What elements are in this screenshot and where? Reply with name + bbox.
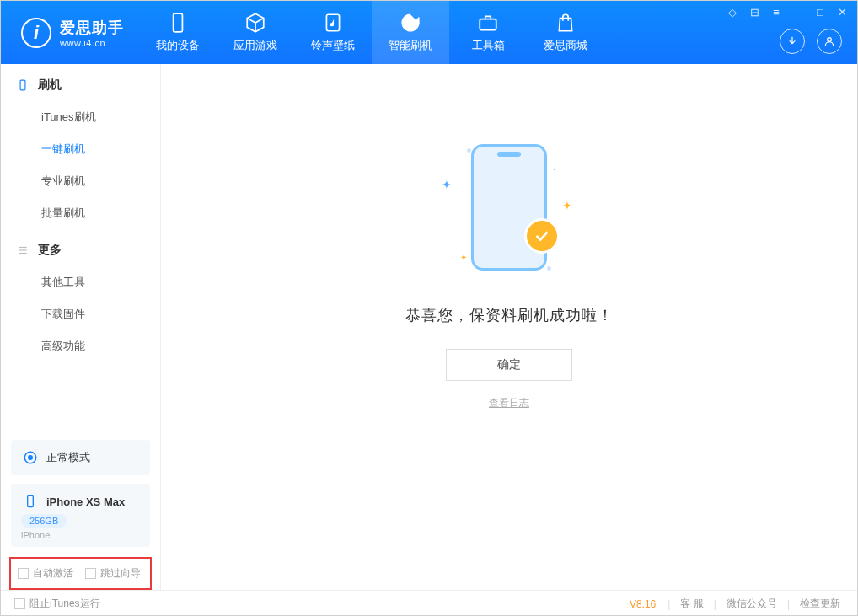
window-controls-top: ◇ ⊟ ≡ — □ ✕	[726, 6, 849, 19]
mode-icon	[21, 448, 40, 467]
checkbox-auto-activate[interactable]: 自动激活	[18, 566, 73, 581]
sidebar-item-pro-flash[interactable]: 专业刷机	[1, 165, 160, 197]
tab-apps-games[interactable]: 应用游戏	[217, 1, 294, 64]
sidebar-group-flash: 刷机	[1, 64, 160, 101]
svg-rect-0	[174, 13, 183, 32]
download-button[interactable]	[780, 29, 805, 54]
device-box[interactable]: iPhone XS Max 256GB iPhone	[11, 484, 150, 547]
checkbox-block-itunes[interactable]: 阻止iTunes运行	[14, 597, 100, 611]
tab-ringtones-wallpapers[interactable]: 铃声壁纸	[294, 1, 372, 64]
music-file-icon	[322, 12, 344, 34]
device-phone-icon	[21, 492, 40, 511]
success-illustration: ✦ ✦ ✦ ·	[416, 131, 602, 283]
tab-my-device[interactable]: 我的设备	[139, 1, 217, 64]
main-tabs: 我的设备 应用游戏 铃声壁纸 智能刷机 工具箱 爱思商城	[139, 1, 604, 64]
svg-point-3	[828, 38, 832, 42]
svg-rect-2	[480, 19, 496, 30]
footer-link-update[interactable]: 检查更新	[796, 597, 844, 611]
sidebar-item-download-firmware[interactable]: 下载固件	[1, 298, 160, 330]
maximize-icon[interactable]: □	[813, 6, 827, 19]
tab-label: 爱思商城	[544, 38, 587, 53]
options-highlight-box: 自动激活 跳过向导	[9, 557, 152, 590]
lock-icon[interactable]: ⊟	[748, 6, 761, 19]
account-button[interactable]	[817, 29, 842, 54]
svg-rect-4	[20, 80, 25, 90]
device-type: iPhone	[21, 530, 140, 540]
header-bar: i 爱思助手 www.i4.cn 我的设备 应用游戏 铃声壁纸 智能刷机 工具箱	[1, 1, 857, 64]
logo-icon: i	[21, 18, 51, 48]
svg-rect-10	[28, 495, 34, 506]
tab-smart-flash[interactable]: 智能刷机	[372, 1, 449, 64]
shirt-icon[interactable]: ◇	[726, 6, 739, 19]
phone-icon	[167, 12, 189, 34]
header-right-buttons	[780, 29, 842, 54]
cube-icon	[244, 12, 266, 34]
svg-point-9	[29, 456, 33, 460]
sparkle-icon: ·	[553, 165, 555, 174]
footer-link-wechat[interactable]: 微信公众号	[723, 597, 780, 611]
sparkle-icon: ✦	[562, 199, 572, 212]
ok-button[interactable]: 确定	[446, 349, 572, 381]
sidebar-item-other-tools[interactable]: 其他工具	[1, 266, 160, 298]
footer-bar: 阻止iTunes运行 V8.16 | 客 服 | 微信公众号 | 检查更新	[1, 590, 857, 616]
success-message: 恭喜您，保资料刷机成功啦！	[405, 305, 614, 325]
refresh-shield-icon	[400, 12, 421, 34]
tab-label: 工具箱	[472, 38, 505, 53]
tab-toolbox[interactable]: 工具箱	[449, 1, 527, 64]
version-label: V8.16	[630, 598, 656, 610]
body: 刷机 iTunes刷机 一键刷机 专业刷机 批量刷机 更多 其他工具 下载固件 …	[1, 64, 857, 590]
sidebar-item-itunes-flash[interactable]: iTunes刷机	[1, 101, 160, 133]
main-content: ✦ ✦ ✦ · 恭喜您，保资料刷机成功啦！ 确定 查看日志	[161, 64, 857, 590]
sidebar: 刷机 iTunes刷机 一键刷机 专业刷机 批量刷机 更多 其他工具 下载固件 …	[1, 64, 161, 590]
checkmark-badge-icon	[524, 218, 560, 254]
sidebar-item-oneclick-flash[interactable]: 一键刷机	[1, 133, 160, 165]
group-title: 刷机	[38, 78, 62, 93]
mode-box[interactable]: 正常模式	[11, 440, 150, 475]
device-name: iPhone XS Max	[46, 495, 125, 508]
logo-text: 爱思助手 www.i4.cn	[60, 18, 124, 48]
storage-badge: 256GB	[21, 514, 67, 528]
dot-icon	[547, 266, 551, 271]
tab-store[interactable]: 爱思商城	[527, 1, 604, 64]
phone-small-icon	[16, 78, 29, 92]
list-icon	[16, 244, 29, 257]
sparkle-icon: ✦	[442, 178, 452, 191]
app-name: 爱思助手	[60, 18, 124, 38]
minimize-icon[interactable]: —	[791, 6, 805, 19]
logo-block: i 爱思助手 www.i4.cn	[1, 18, 139, 48]
menu-icon[interactable]: ≡	[770, 6, 783, 19]
tab-label: 我的设备	[156, 38, 200, 53]
sidebar-item-batch-flash[interactable]: 批量刷机	[1, 197, 160, 229]
dot-icon	[467, 148, 471, 153]
briefcase-icon	[477, 12, 499, 34]
group-title: 更多	[38, 243, 62, 258]
tab-label: 应用游戏	[233, 38, 277, 53]
checkbox-skip-guide[interactable]: 跳过向导	[85, 566, 141, 581]
sidebar-group-more: 更多	[1, 229, 160, 266]
footer-link-service[interactable]: 客 服	[677, 597, 706, 611]
app-url: www.i4.cn	[60, 38, 124, 48]
view-log-link[interactable]: 查看日志	[489, 396, 529, 410]
close-icon[interactable]: ✕	[835, 6, 849, 19]
tab-label: 铃声壁纸	[311, 38, 355, 53]
sidebar-item-advanced[interactable]: 高级功能	[1, 330, 160, 362]
sparkle-icon: ✦	[460, 253, 467, 262]
tab-label: 智能刷机	[389, 38, 432, 53]
shopping-bag-icon	[555, 12, 576, 34]
mode-label: 正常模式	[46, 450, 90, 465]
